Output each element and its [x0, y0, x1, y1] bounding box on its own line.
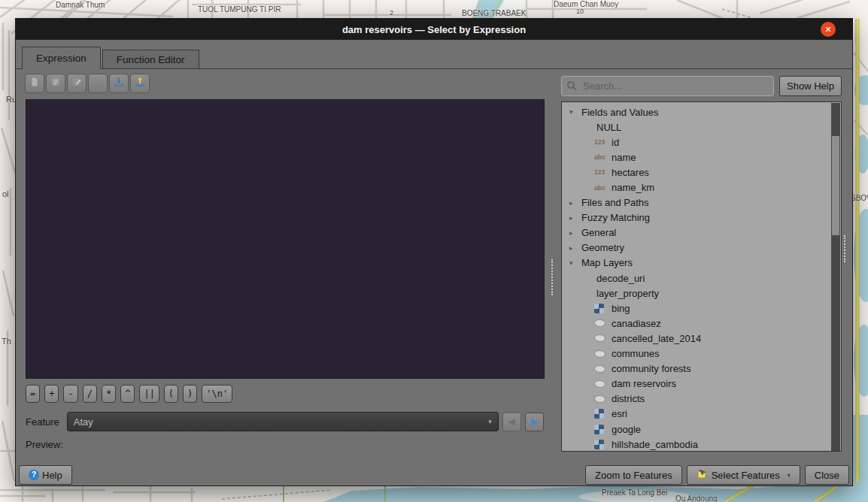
tree-item-communes[interactable]: communes — [562, 346, 831, 361]
close-icon[interactable]: ✕ — [821, 22, 836, 37]
operator-button[interactable]: - — [63, 385, 77, 403]
expression-toolbar — [25, 74, 150, 93]
operator-button[interactable]: = — [26, 385, 40, 403]
tree-item-dam-reservoirs[interactable]: dam reservoirs — [562, 376, 831, 392]
tree-item-label: NULL — [596, 122, 621, 133]
zoom-to-features-button[interactable]: Zoom to Features — [585, 465, 682, 485]
tree-item-label: bing — [612, 303, 630, 314]
icon-cell: abc — [594, 153, 612, 161]
tree-item-esri[interactable]: esri — [562, 407, 831, 422]
clear-expression-icon — [92, 76, 104, 91]
tree-item-general[interactable]: ▸General — [562, 225, 831, 240]
expression-text-button[interactable] — [46, 74, 65, 93]
select-features-button[interactable]: Select Features ▾ — [687, 465, 800, 485]
operator-button[interactable]: / — [83, 385, 97, 403]
tree-item-null[interactable]: NULL — [562, 119, 831, 135]
map-label: Daeum Chan Muoy — [554, 0, 618, 8]
show-help-label: Show Help — [787, 80, 834, 92]
string-field-icon: abc — [594, 184, 605, 192]
tree-item-hectares[interactable]: 123hectares — [562, 165, 831, 180]
icon-cell: 123 — [594, 168, 612, 176]
tree-item-bing[interactable]: bing — [562, 301, 831, 316]
tree-item-name-km[interactable]: abcname_km — [562, 180, 831, 195]
tree-item-districts[interactable]: districts — [562, 392, 831, 407]
tree-item-canadiasez[interactable]: canadiasez — [562, 316, 831, 331]
operator-button[interactable]: '\n' — [202, 385, 232, 403]
tab-function-editor[interactable]: Function Editor — [102, 50, 199, 68]
import-expression-icon — [113, 76, 125, 91]
new-expression-button[interactable] — [25, 74, 44, 93]
close-button[interactable]: Close — [805, 465, 849, 485]
icon-cell — [594, 409, 612, 419]
next-feature-button[interactable]: ▶ — [525, 413, 544, 431]
operator-button[interactable]: ^ — [120, 385, 135, 403]
clear-expression-button[interactable] — [88, 74, 108, 93]
dialog-titlebar: dam reservoirs — Select by Expression ✕ — [16, 19, 852, 40]
tab-expression[interactable]: Expression — [22, 47, 101, 69]
tree-item-files-and-paths[interactable]: ▸Files and Paths — [562, 195, 831, 210]
export-expression-button[interactable] — [130, 74, 150, 93]
tree-item-fields-and-values[interactable]: ▾Fields and Values — [562, 104, 831, 119]
map-label: 10 — [576, 8, 584, 15]
expand-icon: ▸ — [569, 244, 580, 252]
select-features-label: Select Features — [712, 470, 780, 481]
tree-item-label: id — [612, 137, 619, 148]
map-label: Preaek Ta Long Bei — [602, 488, 667, 497]
tree-item-decode-uri[interactable]: decode_uri — [562, 271, 831, 286]
help-button[interactable]: ? Help — [19, 465, 72, 485]
search-input[interactable] — [561, 76, 774, 96]
polygon-layer-icon — [594, 365, 605, 373]
tree-item-name[interactable]: abcname — [562, 150, 831, 165]
raster-layer-icon — [594, 425, 604, 434]
menu-arrow-icon: ▾ — [788, 472, 791, 479]
icon-cell — [594, 365, 612, 373]
expression-function-tree: ▾Fields and ValuesNULL123idabcname123hec… — [561, 101, 842, 452]
tree-item-label: Fields and Values — [581, 107, 658, 118]
map-label: BOENG TRABAEK — [462, 9, 526, 17]
new-expression-icon — [29, 76, 41, 91]
map-label: Ou Andoung — [675, 494, 718, 502]
chevron-down-icon: ▾ — [488, 418, 492, 425]
show-help-button[interactable]: Show Help — [779, 76, 842, 96]
import-expression-button[interactable] — [109, 74, 129, 93]
expand-icon: ▸ — [569, 229, 580, 237]
previous-feature-button[interactable]: ◀ — [502, 413, 521, 431]
tree-item-cancelled-late-2014[interactable]: cancelled_late_2014 — [562, 331, 831, 346]
integer-field-icon: 123 — [594, 138, 605, 146]
operator-button[interactable]: ) — [183, 385, 197, 403]
operator-button[interactable]: ( — [164, 385, 178, 403]
tree-item-community-forests[interactable]: community forests — [562, 361, 831, 376]
operator-button[interactable]: * — [102, 385, 116, 403]
tree-item-google[interactable]: google — [562, 422, 831, 437]
help-splitter-handle[interactable] — [844, 235, 847, 262]
tree-item-layer-property[interactable]: layer_property — [562, 286, 831, 301]
operator-button[interactable]: + — [44, 385, 59, 403]
tree-item-label: dam reservoirs — [612, 378, 676, 389]
map-label: TUOL TUMPUNG TI PIR — [198, 5, 281, 14]
search-icon — [566, 80, 577, 94]
operator-button[interactable]: || — [139, 385, 159, 403]
tree-item-label: name — [612, 152, 636, 163]
edit-expression-button[interactable] — [67, 74, 86, 93]
tree-item-label: hillshade_cambodia — [612, 439, 698, 450]
tree-item-label: google — [612, 424, 641, 435]
tree-item-label: community forests — [612, 363, 690, 374]
search-row: Show Help — [561, 76, 842, 96]
tree-item-label: Fuzzy Matching — [581, 212, 650, 223]
tree-item-id[interactable]: 123id — [562, 135, 831, 150]
polygon-layer-icon — [594, 334, 605, 342]
expression-editor[interactable] — [26, 99, 545, 379]
scrollbar-thumb[interactable] — [832, 136, 839, 235]
tree-item-hillshade-cambodia[interactable]: hillshade_cambodia — [562, 437, 831, 452]
map-label: ol — [2, 189, 9, 198]
tree-item-map-layers[interactable]: ▾Map Layers — [562, 256, 831, 271]
icon-cell — [594, 350, 612, 358]
raster-layer-icon — [594, 409, 604, 419]
tree-item-geometry[interactable]: ▸Geometry — [562, 240, 831, 256]
polygon-layer-icon — [594, 319, 605, 327]
panel-splitter-handle[interactable] — [551, 259, 554, 295]
tree-scrollbar[interactable] — [831, 103, 840, 452]
operator-buttons: =+-/*^||()'\n' — [26, 385, 232, 403]
tree-item-fuzzy-matching[interactable]: ▸Fuzzy Matching — [562, 210, 831, 225]
feature-select[interactable]: Atay ▾ — [67, 412, 499, 431]
